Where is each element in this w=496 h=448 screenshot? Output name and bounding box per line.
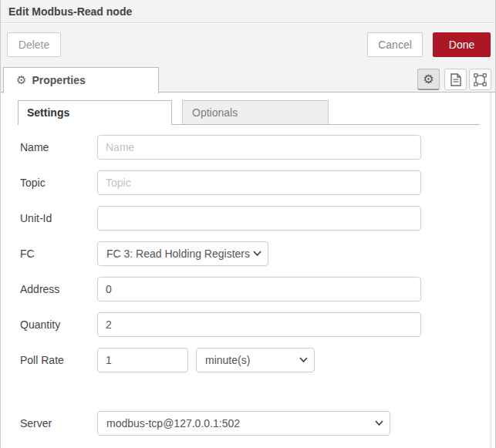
- fc-select[interactable]: FC 3: Read Holding Registers: [97, 241, 268, 266]
- properties-section-button[interactable]: ⚙: [417, 69, 440, 90]
- poll-rate-unit-selected: minute(s): [205, 354, 250, 366]
- address-input[interactable]: [97, 277, 421, 301]
- unit-id-label: Unit-Id: [20, 206, 52, 231]
- topic-input[interactable]: [97, 170, 421, 195]
- tab-optionals[interactable]: Optionals: [182, 100, 329, 124]
- dialog-title: Edit Modbus-Read node: [1, 0, 495, 23]
- fc-label: FC: [20, 241, 35, 266]
- edit-node-dialog: Edit Modbus-Read node Delete Cancel Done…: [0, 0, 496, 448]
- content-right-border: [491, 93, 491, 448]
- name-input[interactable]: [97, 135, 421, 160]
- dialog-toolbar: Delete Cancel Done: [1, 24, 495, 66]
- gear-icon: ⚙: [423, 72, 434, 86]
- server-label: Server: [20, 411, 52, 436]
- description-section-button[interactable]: [444, 69, 467, 90]
- gear-icon: ⚙: [16, 73, 26, 86]
- dialog-content: Settings Optionals Name Topic Unit-Id FC…: [1, 93, 495, 448]
- poll-rate-input[interactable]: [97, 348, 188, 372]
- address-label: Address: [20, 277, 59, 301]
- done-button[interactable]: Done: [433, 32, 491, 57]
- poll-rate-label: Poll Rate: [20, 348, 64, 372]
- properties-tab-label: Properties: [32, 74, 85, 86]
- chevron-down-icon: [253, 251, 261, 257]
- server-select[interactable]: modbus-tcp@127.0.0.1:502: [97, 411, 390, 436]
- topic-label: Topic: [20, 170, 46, 195]
- document-icon: [450, 73, 461, 86]
- appearance-icon: [474, 73, 487, 86]
- chevron-down-icon: [299, 357, 308, 363]
- name-label: Name: [20, 135, 49, 160]
- quantity-input[interactable]: [97, 312, 421, 337]
- delete-button[interactable]: Delete: [7, 32, 61, 57]
- properties-tab-bar: ⚙Properties ⚙: [1, 66, 495, 93]
- quantity-label: Quantity: [20, 312, 60, 337]
- chevron-down-icon: [375, 420, 383, 426]
- cancel-button[interactable]: Cancel: [367, 32, 423, 57]
- appearance-section-button[interactable]: [469, 69, 491, 90]
- poll-rate-unit-select[interactable]: minute(s): [196, 348, 315, 372]
- unit-id-input[interactable]: [97, 206, 421, 231]
- tab-properties[interactable]: ⚙Properties: [3, 67, 159, 93]
- tab-settings[interactable]: Settings: [18, 100, 172, 125]
- fc-selected-option: FC 3: Read Holding Registers: [106, 248, 250, 260]
- server-selected-option: modbus-tcp@127.0.0.1:502: [106, 417, 240, 429]
